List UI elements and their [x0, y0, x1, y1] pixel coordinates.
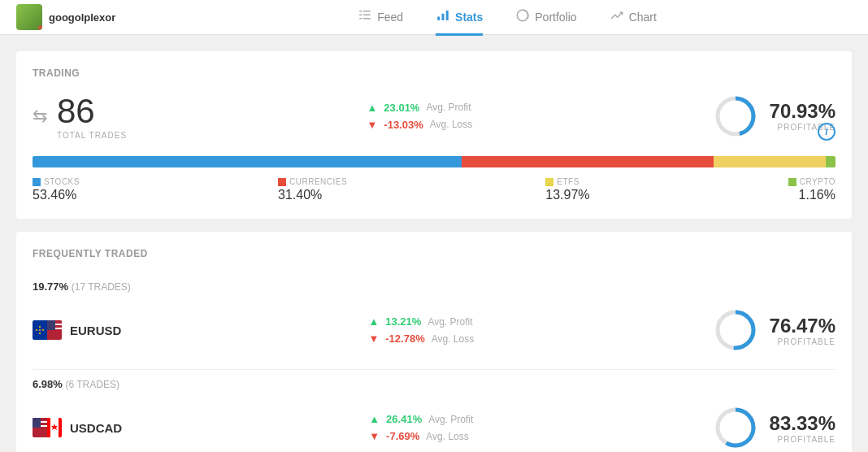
header: ★ googolplexor Feed Stats Portfolio	[0, 0, 868, 35]
usdcad-profit-arrow: ▲	[369, 413, 380, 425]
usdcad-profit-label: Avg. Profit	[428, 414, 473, 425]
svg-point-19	[36, 329, 37, 331]
eurusd-profit-row: ▲ 13.21% Avg. Profit	[368, 315, 474, 328]
currencies-label: CURRENCIES	[289, 177, 347, 186]
crypto-label: CRYPTO	[800, 177, 835, 186]
eurusd-profitable: 76.47% PROFITABLE	[713, 307, 835, 353]
eurusd-loss-row: ▼ -12.78% Avg. Loss	[368, 332, 474, 345]
svg-rect-1	[363, 11, 371, 12]
svg-point-16	[39, 329, 41, 331]
usdcad-flag	[33, 418, 62, 437]
trade-group-eurusd: 19.77% (17 TRADES)	[33, 272, 835, 370]
feed-icon	[358, 8, 372, 25]
star-badge: ★	[37, 23, 42, 30]
profit-arrow-icon: ▲	[367, 102, 377, 114]
username: googolplexor	[49, 11, 115, 24]
eurusd-profit-label: Avg. Profit	[427, 316, 472, 328]
trades-number: 86	[57, 92, 127, 131]
usdcad-loss-label: Avg. Loss	[426, 431, 468, 442]
profitable-pct: 70.93%	[770, 100, 835, 123]
profit-loss: ▲ 23.01% Avg. Profit ▼ -13.03% Avg. Loss	[367, 102, 472, 131]
svg-rect-3	[363, 15, 371, 16]
svg-rect-2	[359, 15, 362, 16]
svg-rect-5	[363, 18, 371, 20]
crypto-color-dot	[788, 178, 796, 186]
svg-rect-7	[442, 14, 445, 20]
eurusd-profitable-pct: 76.47%	[770, 315, 835, 337]
dist-stocks: STOCKS 53.46%	[33, 177, 80, 202]
nav-feed[interactable]: Feed	[358, 0, 403, 36]
eurusd-loss-pct: -12.78%	[385, 332, 424, 345]
eurusd-profit-arrow: ▲	[368, 315, 379, 328]
usdcad-group-trades: (6 TRADES)	[66, 379, 119, 390]
dist-bar-stocks	[33, 156, 462, 167]
svg-rect-14	[545, 178, 553, 186]
svg-rect-6	[437, 17, 440, 21]
usdcad-profitable-pct: 83.33%	[770, 412, 835, 435]
usdcad-metrics: ▲ 26.41% Avg. Profit ▼ -7.69% Avg. Loss	[369, 413, 473, 442]
trade-group-eurusd-header: 19.77% (17 TRADES)	[33, 272, 835, 293]
eurusd-profit-pct: 13.21%	[385, 315, 421, 328]
usdcad-profit-row: ▲ 26.41% Avg. Profit	[369, 413, 473, 425]
eurusd-loss-arrow: ▼	[368, 332, 379, 345]
eurusd-trade-row: EURUSD ▲ 13.21% Avg. Profit ▼ -12.78% Av…	[33, 301, 835, 359]
nav-stats[interactable]: Stats	[436, 0, 483, 36]
usdcad-loss-row: ▼ -7.69% Avg. Loss	[369, 430, 473, 442]
nav-chart[interactable]: Chart	[610, 0, 657, 36]
etfs-label: ETFS	[557, 177, 579, 186]
eurusd-group-pct: 19.77%	[33, 280, 68, 293]
info-icon[interactable]: i	[818, 123, 835, 141]
nav-portfolio-label: Portfolio	[535, 11, 576, 24]
arrows-icon: ⇆	[33, 106, 47, 127]
freq-traded-title: FREQUENTLY TRADED	[33, 248, 835, 259]
usdcad-profitable: 83.33% PROFITABLE	[713, 405, 835, 450]
usdcad-loss-arrow: ▼	[369, 430, 380, 442]
crypto-pct: 1.16%	[788, 188, 835, 202]
loss-arrow-icon: ▼	[367, 119, 377, 131]
eurusd-name: EURUSD	[70, 324, 121, 337]
usdcad-symbol: USDCAD	[33, 418, 130, 437]
avatar: ★	[16, 4, 42, 30]
avg-loss-pct: -13.03%	[384, 119, 423, 131]
main-content: TRADING i ⇆ 86 TOTAL TRADES ▲ 23.01% Avg…	[0, 35, 868, 452]
trade-group-usdcad-header: 6.98% (6 TRADES)	[33, 370, 835, 390]
svg-point-20	[42, 329, 44, 331]
svg-rect-13	[278, 178, 286, 186]
usdcad-loss-pct: -7.69%	[386, 430, 419, 442]
stocks-pct: 53.46%	[33, 188, 80, 202]
nav-chart-label: Chart	[629, 11, 657, 24]
eurusd-symbol: EURUSD	[33, 320, 130, 340]
main-nav: Feed Stats Portfolio Chart	[163, 0, 852, 35]
dist-bar-crypto	[826, 156, 835, 167]
trading-card: TRADING i ⇆ 86 TOTAL TRADES ▲ 23.01% Avg…	[16, 51, 852, 219]
dist-etfs: ETFS 13.97%	[545, 177, 589, 202]
frequently-traded-section: FREQUENTLY TRADED 19.77% (17 TRADES)	[16, 232, 852, 452]
etfs-pct: 13.97%	[545, 188, 589, 202]
stats-icon	[436, 8, 450, 25]
dist-crypto: CRYPTO 1.16%	[788, 177, 835, 202]
svg-rect-15	[788, 178, 796, 186]
trading-stats-row: ⇆ 86 TOTAL TRADES ▲ 23.01% Avg. Profit ▼…	[33, 92, 835, 140]
eurusd-group-trades: (17 TRADES)	[72, 281, 131, 293]
user-area: ★ googolplexor	[16, 4, 163, 30]
distribution-bar	[33, 156, 835, 167]
dist-bar-currencies	[462, 156, 714, 167]
trades-label: TOTAL TRADES	[57, 131, 127, 140]
currencies-pct: 31.40%	[278, 188, 347, 202]
usdcad-profitable-info: 83.33% PROFITABLE	[770, 412, 835, 444]
svg-point-17	[39, 326, 41, 328]
svg-point-18	[39, 332, 41, 334]
usdcad-donut	[713, 405, 758, 450]
avg-loss-label: Avg. Loss	[430, 119, 472, 130]
avg-profit-pct: 23.01%	[384, 102, 419, 114]
distribution-labels: STOCKS 53.46% CURRENCIES 31.40% ETFS 13.…	[33, 177, 835, 202]
stocks-label: STOCKS	[44, 177, 80, 186]
eurusd-loss-label: Avg. Loss	[432, 333, 474, 345]
usdcad-profit-pct: 26.41%	[386, 413, 422, 425]
chart-icon	[610, 8, 624, 25]
profitable-donut	[713, 93, 758, 139]
nav-portfolio[interactable]: Portfolio	[515, 0, 576, 36]
nav-feed-label: Feed	[377, 11, 403, 24]
eurusd-flag	[33, 320, 62, 340]
usdcad-profitable-label: PROFITABLE	[770, 435, 835, 444]
